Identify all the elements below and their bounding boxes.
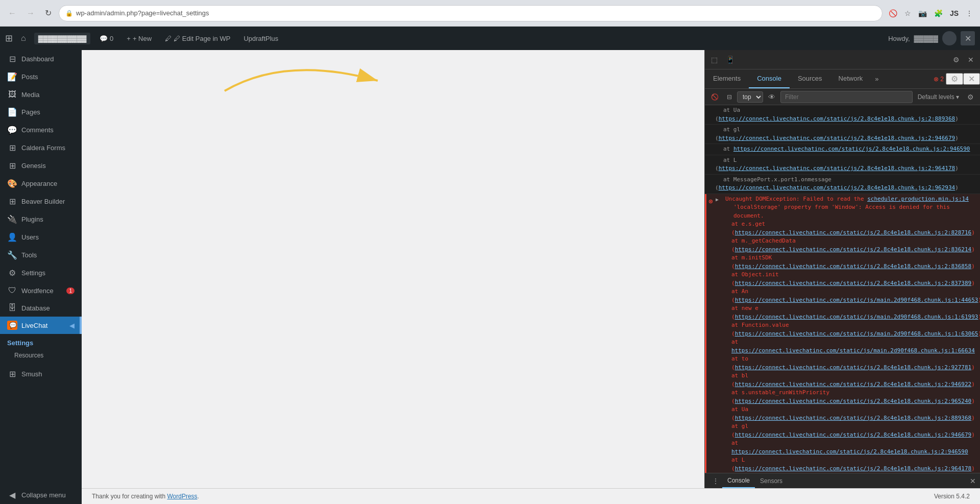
entry-link[interactable]: https://connect.livechatinc.com/static/j… <box>719 115 955 122</box>
tab-network[interactable]: Network <box>830 69 871 88</box>
console-entry: at gl (https://connect.livechatinc.com/s… <box>705 125 980 144</box>
clear-console-button[interactable]: 🚫 <box>708 92 722 102</box>
error-link[interactable]: scheduler.production.min.js:14 <box>867 196 969 202</box>
js-icon[interactable]: JS <box>948 7 961 19</box>
stack-frame: at Object.init (https://connect.livechat… <box>723 271 977 287</box>
sidebar-label-comments: Comments <box>21 126 54 134</box>
page-main: ⊞ ⌂ ▓▓▓▓▓▓▓▓▓▓ 💬 0 + + New 🖊 🖊 Edit Page… <box>0 27 980 504</box>
stack-link[interactable]: https://connect.livechatinc.com/static/j… <box>735 263 972 270</box>
wordfence-icon: 🛡 <box>7 286 17 295</box>
entry-link[interactable]: https://connect.livechatinc.com/static/j… <box>719 184 955 191</box>
devtools-close-button[interactable]: ✕ <box>965 54 977 66</box>
sidebar-item-caldera-forms[interactable]: ⊞ Caldera Forms <box>0 139 82 157</box>
site-name[interactable]: ▓▓▓▓▓▓▓▓▓▓ <box>34 33 91 44</box>
sidebar-item-resources[interactable]: Resources <box>0 350 82 361</box>
updraftplus-button[interactable]: UpdraftPlus <box>239 33 282 44</box>
plugins-icon: 🔌 <box>7 214 17 224</box>
sidebar-label-wordfence: Wordfence <box>21 287 54 295</box>
sidebar-item-livechat[interactable]: 💬 LiveChat ◀ <box>0 317 82 334</box>
eye-button[interactable]: 👁 <box>765 92 778 102</box>
sidebar-item-database[interactable]: 🗄 Database <box>0 299 82 317</box>
sidebar-item-media[interactable]: 🖼 Media <box>0 86 82 103</box>
top-context-selector[interactable]: top <box>737 91 763 103</box>
device-toolbar-button[interactable]: 📱 <box>723 54 738 66</box>
status-bar: Thank you for creating with WordPress. V… <box>82 488 980 504</box>
sidebar-label-pages: Pages <box>21 108 40 116</box>
sidebar-item-comments[interactable]: 💬 Comments <box>0 121 82 139</box>
tab-console[interactable]: Console <box>749 69 790 88</box>
sidebar-item-collapse[interactable]: ◀ Collapse menu <box>0 486 82 504</box>
reload-button[interactable]: ↻ <box>42 6 55 20</box>
stack-link[interactable]: https://connect.livechatinc.com/static/j… <box>735 314 978 320</box>
sidebar-item-tools[interactable]: 🔧 Tools <box>0 246 82 264</box>
sidebar-item-smush[interactable]: ⊞ Smush <box>0 365 82 383</box>
stack-link[interactable]: https://connect.livechatinc.com/static/j… <box>731 347 975 354</box>
stack-link[interactable]: https://connect.livechatinc.com/static/j… <box>735 297 978 303</box>
users-icon: 👤 <box>7 232 17 242</box>
sidebar-item-settings[interactable]: ⚙ Settings <box>0 264 82 282</box>
stack-link[interactable]: https://connect.livechatinc.com/static/j… <box>735 280 972 286</box>
console-toggle-button[interactable]: ⊟ <box>724 92 735 102</box>
new-button[interactable]: + + New <box>122 33 156 44</box>
star-icon[interactable]: ☆ <box>902 7 913 19</box>
stack-link[interactable]: https://connect.livechatinc.com/static/j… <box>731 448 968 455</box>
stack-link[interactable]: https://connect.livechatinc.com/static/j… <box>735 465 972 472</box>
entry-text: at L (https://connect.livechatinc.com/st… <box>715 157 959 172</box>
console-settings-button[interactable]: ⚙ <box>964 92 977 102</box>
sidebar-item-plugins[interactable]: 🔌 Plugins <box>0 210 82 228</box>
stack-link[interactable]: https://connect.livechatinc.com/static/j… <box>735 246 972 253</box>
sidebar-item-wordfence[interactable]: 🛡 Wordfence 1 <box>0 282 82 299</box>
sidebar-item-appearance[interactable]: 🎨 Appearance <box>0 175 82 193</box>
default-levels-button[interactable]: Default levels ▾ <box>915 92 962 102</box>
console-output[interactable]: at Ua (https://connect.livechatinc.com/s… <box>705 105 980 473</box>
entry-link[interactable]: https://connect.livechatinc.com/static/j… <box>719 165 955 172</box>
sidebar-item-genesis[interactable]: ⊞ Genesis <box>0 157 82 175</box>
elements-tab-label: Elements <box>713 75 741 82</box>
home-icon[interactable]: ⌂ <box>18 32 29 45</box>
address-bar[interactable]: 🔒 wp-admin/admin.php?page=livechat_setti… <box>59 5 883 21</box>
beaver-icon: ⊞ <box>7 197 17 206</box>
sidebar-item-posts[interactable]: 📝 Posts <box>0 68 82 86</box>
sidebar-item-beaver-builder[interactable]: ⊞ Beaver Builder <box>0 193 82 210</box>
bottom-tab-console[interactable]: Console <box>722 473 755 488</box>
stack-link[interactable]: https://connect.livechatinc.com/static/j… <box>735 415 972 421</box>
bottom-tab-sensors[interactable]: Sensors <box>755 473 788 488</box>
expand-arrow[interactable]: ▶ <box>716 196 719 203</box>
bottom-close-button[interactable]: ✕ <box>970 477 976 485</box>
back-button[interactable]: ← <box>5 7 19 20</box>
sidebar-item-users[interactable]: 👤 Users <box>0 228 82 246</box>
devtools-close-x[interactable]: ✕ <box>963 73 980 85</box>
block-icon[interactable]: 🚫 <box>887 7 899 19</box>
stack-link[interactable]: https://connect.livechatinc.com/static/j… <box>735 229 972 236</box>
camera-icon[interactable]: 📷 <box>916 7 929 19</box>
stack-link[interactable]: https://connect.livechatinc.com/static/j… <box>735 381 972 388</box>
comment-button[interactable]: 💬 0 <box>95 33 117 44</box>
stack-link[interactable]: https://connect.livechatinc.com/static/j… <box>735 398 972 404</box>
stack-frame: at https://connect.livechatinc.com/stati… <box>723 338 977 355</box>
devtools-gear-button[interactable]: ⚙ <box>946 73 963 85</box>
stack-link[interactable]: https://connect.livechatinc.com/static/j… <box>735 364 972 371</box>
entry-link[interactable]: https://connect.livechatinc.com/static/j… <box>719 135 955 141</box>
tab-sources[interactable]: Sources <box>790 69 830 88</box>
console-entry: at L (https://connect.livechatinc.com/st… <box>705 155 980 175</box>
tab-elements[interactable]: Elements <box>705 69 749 88</box>
edit-page-button[interactable]: 🖊 🖊 Edit Page in WP <box>161 33 234 44</box>
stack-link[interactable]: https://connect.livechatinc.com/static/j… <box>735 330 978 337</box>
sidebar-item-pages[interactable]: 📄 Pages <box>0 103 82 121</box>
stack-link[interactable]: https://connect.livechatinc.com/static/j… <box>735 431 972 438</box>
wordpress-link[interactable]: WordPress <box>167 493 197 500</box>
inspect-element-button[interactable]: ⬚ <box>708 54 721 66</box>
menu-icon[interactable]: ⋮ <box>964 7 975 19</box>
console-filter-input[interactable] <box>780 91 913 103</box>
extension-icon[interactable]: 🧩 <box>932 7 945 19</box>
devtools-settings-button[interactable]: ⚙ <box>950 54 963 66</box>
devtools-toggle-button[interactable]: ✕ <box>961 31 975 45</box>
forward-button[interactable]: → <box>23 7 38 20</box>
default-levels-label: Default levels ▾ <box>918 93 959 101</box>
console-options-button[interactable]: ⋮ <box>709 477 722 485</box>
sidebar-item-dashboard[interactable]: ⊟ Dashboard <box>0 50 82 68</box>
devtools-toolbar: ⬚ 📱 ⚙ ✕ <box>705 50 980 69</box>
entry-link[interactable]: https://connect.livechatinc.com/static/j… <box>733 146 970 152</box>
more-tabs-button[interactable]: » <box>871 75 883 83</box>
settings-section-label: Settings <box>0 336 82 350</box>
